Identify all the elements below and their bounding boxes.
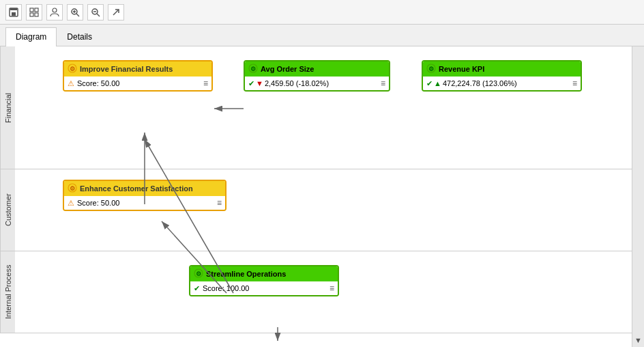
- node-header-revenue: ⚙ Revenue KPI: [423, 61, 581, 77]
- arrow-up-revenue: ▲: [434, 79, 441, 87]
- node-label-customer: Enhance Customer Satisfaction: [80, 184, 193, 193]
- lane-financial: Financial ⚙ Improve Financial Results: [0, 46, 644, 169]
- warning-icon-customer: ⚠: [68, 199, 74, 208]
- node-score-avg: 2,459.50 (-18.02%): [265, 79, 381, 87]
- node-body-avg: ✔ ▼ 2,459.50 (-18.02%) ≡: [245, 77, 389, 90]
- node-menu-customer[interactable]: ≡: [217, 198, 222, 208]
- svg-rect-2: [12, 12, 16, 16]
- svg-text:⚙: ⚙: [70, 66, 75, 72]
- zoom-in-button[interactable]: [67, 4, 83, 20]
- lane-content-financial: ⚙ Improve Financial Results ⚠ Score: 50.…: [15, 46, 644, 169]
- node-enhance-customer[interactable]: ⚙ Enhance Customer Satisfaction ⚠ Score:…: [63, 180, 226, 211]
- node-menu-avg[interactable]: ≡: [381, 79, 385, 88]
- node-header-streamline: ⚙ Streamline Operations: [190, 266, 338, 281]
- node-score-revenue: 472,224.78 (123.06%): [443, 79, 572, 87]
- node-body-streamline: ✔ Score: 100.00 ≡: [190, 281, 338, 295]
- tab-diagram[interactable]: Diagram: [5, 27, 57, 46]
- svg-text:⚙: ⚙: [70, 185, 75, 192]
- node-header-customer: ⚙ Enhance Customer Satisfaction: [64, 181, 225, 196]
- svg-rect-6: [35, 13, 38, 16]
- svg-rect-3: [30, 8, 33, 12]
- node-streamline[interactable]: ⚙ Streamline Operations ✔ Score: 100.00 …: [189, 265, 339, 296]
- node-label-avg: Avg Order Size: [261, 65, 314, 73]
- node-header-improve: ⚙ Improve Financial Results: [64, 61, 211, 77]
- lane-content-customer: ⚙ Enhance Customer Satisfaction ⚠ Score:…: [15, 169, 644, 251]
- node-icon-revenue: ⚙: [426, 64, 436, 74]
- node-label-revenue: Revenue KPI: [439, 65, 484, 73]
- tab-details[interactable]: Details: [57, 27, 102, 46]
- node-icon-avg: ⚙: [248, 64, 258, 74]
- node-menu-streamline[interactable]: ≡: [330, 283, 334, 293]
- lane-internal: Internal Process ⚙ Streamline Operations: [0, 251, 644, 333]
- node-icon-customer: ⚙: [68, 183, 77, 194]
- lane-label-financial: Financial: [0, 46, 15, 169]
- arrow-button[interactable]: [108, 4, 124, 20]
- node-body-improve: ⚠ Score: 50.00 ≡: [64, 77, 211, 90]
- node-menu-improve[interactable]: ≡: [203, 79, 208, 88]
- svg-text:⚙: ⚙: [250, 66, 256, 72]
- check-icon-revenue: ✔: [426, 79, 433, 88]
- arrow-down-avg: ▼: [256, 79, 263, 87]
- node-menu-revenue[interactable]: ≡: [572, 79, 577, 88]
- node-icon-improve: ⚙: [68, 64, 77, 74]
- node-improve-financial[interactable]: ⚙ Improve Financial Results ⚠ Score: 50.…: [63, 60, 213, 92]
- node-score-streamline: Score: 100.00: [203, 284, 330, 292]
- svg-text:⚙: ⚙: [196, 270, 201, 277]
- warning-icon-improve: ⚠: [68, 79, 74, 88]
- check-icon-streamline: ✔: [194, 284, 200, 293]
- toolbar: [0, 0, 644, 25]
- scroll-down-icon[interactable]: ▼: [634, 336, 642, 344]
- node-label-improve: Improve Financial Results: [80, 65, 173, 73]
- svg-line-13: [97, 14, 100, 16]
- scroll-indicator: ▼: [632, 46, 644, 347]
- node-icon-streamline: ⚙: [194, 268, 203, 279]
- person-button[interactable]: [46, 4, 63, 20]
- node-header-avg: ⚙ Avg Order Size: [245, 61, 389, 77]
- node-body-customer: ⚠ Score: 50.00 ≡: [64, 196, 225, 210]
- svg-line-15: [113, 10, 119, 15]
- node-avg-order[interactable]: ⚙ Avg Order Size ✔ ▼ 2,459.50 (-18.02%) …: [244, 60, 390, 92]
- main-content: Financial ⚙ Improve Financial Results: [0, 46, 644, 347]
- grid-button[interactable]: [26, 4, 42, 20]
- node-score-improve: Score: 50.00: [77, 79, 203, 87]
- lane-label-customer: Customer: [0, 169, 15, 251]
- check-icon-avg: ✔: [248, 79, 254, 88]
- tab-bar: Diagram Details: [0, 25, 644, 46]
- node-label-streamline: Streamline Operations: [206, 270, 286, 278]
- node-body-revenue: ✔ ▲ 472,224.78 (123.06%) ≡: [423, 77, 581, 90]
- svg-text:⚙: ⚙: [428, 66, 434, 72]
- lanes-container: Financial ⚙ Improve Financial Results: [0, 46, 644, 347]
- svg-point-7: [53, 8, 57, 12]
- lane-label-internal: Internal Process: [0, 251, 15, 333]
- node-score-customer: Score: 50.00: [77, 199, 217, 207]
- node-revenue-kpi[interactable]: ⚙ Revenue KPI ✔ ▲ 472,224.78 (123.06%) ≡: [422, 60, 582, 92]
- lane-content-internal: ⚙ Streamline Operations ✔ Score: 100.00 …: [15, 251, 644, 333]
- svg-line-9: [76, 14, 79, 16]
- svg-rect-4: [35, 8, 38, 12]
- zoom-out-button[interactable]: [87, 4, 104, 20]
- svg-rect-5: [30, 13, 33, 16]
- save-button[interactable]: [5, 4, 22, 20]
- lane-customer: Customer ⚙ Enhance Customer Satisfaction: [0, 169, 644, 251]
